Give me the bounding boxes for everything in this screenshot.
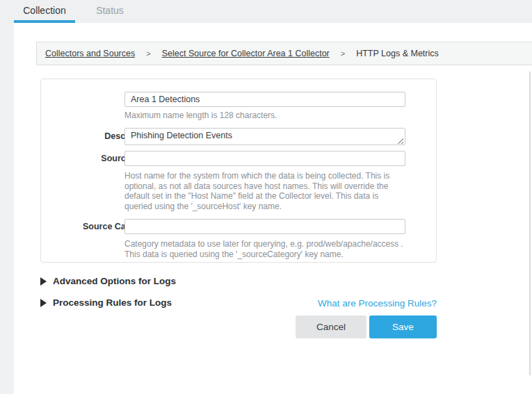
- breadcrumb-current-page: HTTP Logs & Metrics: [356, 49, 439, 58]
- breadcrumb-select-source[interactable]: Select Source for Collector Area 1 Colle…: [162, 49, 330, 58]
- source-category-help-text: Category metadata to use later for query…: [124, 239, 405, 259]
- tab-status[interactable]: Status: [89, 0, 131, 20]
- scrollbar-track[interactable]: [529, 72, 531, 375]
- what-are-processing-rules-link[interactable]: What are Processing Rules?: [318, 298, 437, 309]
- collapsed-arrow-icon: [40, 299, 47, 307]
- tab-bar: Collection Status: [0, 0, 532, 23]
- collapsed-arrow-icon: [40, 277, 47, 286]
- breadcrumb: Collectors and Sources > Select Source f…: [36, 42, 532, 65]
- name-input[interactable]: [124, 92, 405, 107]
- processing-rules-label: Processing Rules for Logs: [53, 297, 172, 308]
- source-config-form: Name* Maximum name length is 128 charact…: [40, 79, 437, 263]
- tab-collection[interactable]: Collection: [14, 0, 75, 20]
- advanced-options-label: Advanced Options for Logs: [53, 276, 176, 286]
- name-help-text: Maximum name length is 128 characters.: [124, 110, 405, 121]
- save-button[interactable]: Save: [369, 315, 437, 338]
- description-textarea[interactable]: Phishing Detection Events: [124, 128, 405, 145]
- breadcrumb-collectors-and-sources[interactable]: Collectors and Sources: [45, 49, 135, 58]
- page: Collection Status Collectors and Sources…: [0, 0, 532, 394]
- source-category-input[interactable]: [124, 219, 405, 234]
- cancel-button[interactable]: Cancel: [296, 315, 366, 338]
- processing-rules-section-toggle[interactable]: Processing Rules for Logs: [40, 297, 172, 308]
- breadcrumb-separator-icon: >: [146, 49, 150, 58]
- source-host-input[interactable]: [124, 151, 405, 166]
- source-host-help-text: Host name for the system from which the …: [124, 171, 405, 211]
- breadcrumb-separator-icon: >: [341, 49, 345, 58]
- advanced-options-section-toggle[interactable]: Advanced Options for Logs: [40, 276, 176, 286]
